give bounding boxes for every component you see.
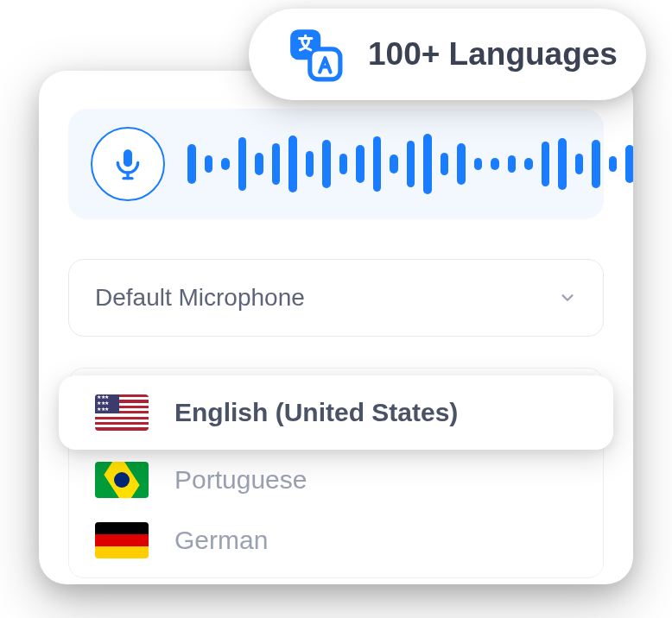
waveform-bar xyxy=(592,140,600,188)
waveform-bar xyxy=(625,145,633,183)
waveform-bar xyxy=(339,154,348,174)
chevron-down-icon xyxy=(558,288,577,307)
waveform-bar xyxy=(474,158,483,170)
waveform-bar xyxy=(508,155,517,173)
waveform-bar xyxy=(322,140,331,188)
language-label: German xyxy=(174,526,268,555)
microphone-icon xyxy=(111,147,145,181)
waveform-bar xyxy=(288,136,297,192)
microphone-dropdown-label: Default Microphone xyxy=(95,284,305,312)
waveform-bar xyxy=(457,143,466,185)
languages-badge-text: 100+ Languages xyxy=(368,36,618,73)
svg-rect-0 xyxy=(124,149,132,167)
waveform-bar xyxy=(373,136,382,192)
waveform-bar xyxy=(255,153,263,175)
waveform-bar xyxy=(272,143,281,185)
flag-br-icon xyxy=(95,462,149,498)
audio-waveform-panel xyxy=(68,109,604,219)
language-list: English (United States) Portuguese Germa… xyxy=(68,368,604,578)
svg-rect-4 xyxy=(310,49,340,79)
microphone-button[interactable] xyxy=(91,127,165,201)
language-label: Portuguese xyxy=(174,465,307,495)
waveform-bar xyxy=(491,158,499,170)
language-item-german[interactable]: German xyxy=(69,510,603,571)
settings-card: Default Microphone English (United State… xyxy=(39,71,633,584)
waveform-bar xyxy=(221,158,230,170)
waveform-bar xyxy=(542,142,550,186)
waveform-bar xyxy=(306,151,314,177)
waveform-bar xyxy=(390,154,398,173)
waveform-bar xyxy=(524,158,533,170)
microphone-dropdown[interactable]: Default Microphone xyxy=(68,259,604,337)
waveform-bar xyxy=(356,145,365,183)
language-item-portuguese[interactable]: Portuguese xyxy=(69,450,603,510)
waveform-bar xyxy=(407,141,415,187)
translate-icon xyxy=(287,26,344,83)
waveform-bar xyxy=(423,134,432,194)
waveform-bar xyxy=(575,154,584,174)
languages-badge: 100+ Languages xyxy=(249,9,646,100)
waveform-bar xyxy=(187,144,196,184)
flag-us-icon xyxy=(95,394,149,431)
flag-de-icon xyxy=(95,522,149,558)
waveform-bar xyxy=(205,155,213,173)
waveform-bar xyxy=(609,156,618,172)
waveform-bar xyxy=(441,153,449,175)
waveform-bar xyxy=(238,137,247,191)
language-label: English (United States) xyxy=(174,398,458,427)
waveform-display xyxy=(187,131,633,197)
waveform-bar xyxy=(558,138,567,190)
language-item-english[interactable]: English (United States) xyxy=(59,375,613,450)
